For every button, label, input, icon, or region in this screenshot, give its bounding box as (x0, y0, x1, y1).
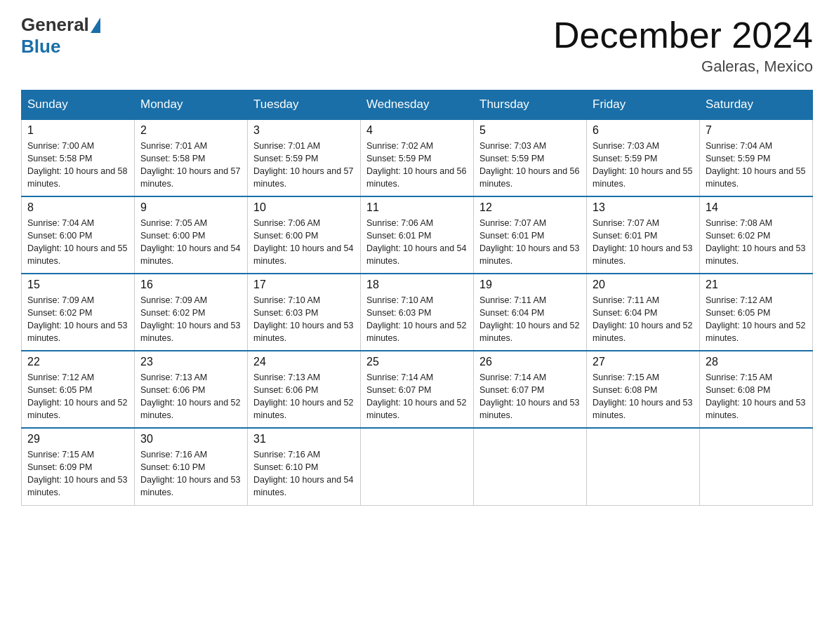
day-number: 13 (593, 201, 694, 214)
calendar-week-row: 29 Sunrise: 7:15 AM Sunset: 6:09 PM Dayl… (22, 428, 813, 505)
day-info: Sunrise: 7:06 AM Sunset: 6:00 PM Dayligh… (253, 217, 355, 268)
calendar-day-cell: 29 Sunrise: 7:15 AM Sunset: 6:09 PM Dayl… (22, 428, 135, 505)
day-number: 17 (253, 279, 355, 291)
day-number: 21 (706, 279, 807, 291)
day-number: 2 (140, 124, 241, 137)
day-number: 7 (706, 124, 807, 137)
day-info: Sunrise: 7:09 AM Sunset: 6:02 PM Dayligh… (140, 294, 241, 345)
day-info: Sunrise: 7:15 AM Sunset: 6:08 PM Dayligh… (706, 371, 807, 422)
day-info: Sunrise: 7:02 AM Sunset: 5:59 PM Dayligh… (366, 140, 468, 191)
day-info: Sunrise: 7:07 AM Sunset: 6:01 PM Dayligh… (593, 217, 694, 268)
day-info: Sunrise: 7:14 AM Sunset: 6:07 PM Dayligh… (479, 371, 581, 422)
calendar-day-cell: 2 Sunrise: 7:01 AM Sunset: 5:58 PM Dayli… (135, 119, 248, 196)
day-info: Sunrise: 7:03 AM Sunset: 5:59 PM Dayligh… (593, 140, 694, 191)
day-number: 18 (366, 279, 468, 291)
calendar-day-cell: 28 Sunrise: 7:15 AM Sunset: 6:08 PM Dayl… (700, 351, 813, 428)
calendar-day-cell: 22 Sunrise: 7:12 AM Sunset: 6:05 PM Dayl… (22, 351, 135, 428)
day-number: 9 (140, 201, 241, 214)
calendar-day-cell: 4 Sunrise: 7:02 AM Sunset: 5:59 PM Dayli… (361, 119, 474, 196)
calendar-day-cell: 7 Sunrise: 7:04 AM Sunset: 5:59 PM Dayli… (700, 119, 813, 196)
calendar-day-cell: 18 Sunrise: 7:10 AM Sunset: 6:03 PM Dayl… (361, 274, 474, 351)
calendar-day-cell: 8 Sunrise: 7:04 AM Sunset: 6:00 PM Dayli… (22, 196, 135, 274)
calendar-week-row: 22 Sunrise: 7:12 AM Sunset: 6:05 PM Dayl… (22, 351, 813, 428)
day-info: Sunrise: 7:03 AM Sunset: 5:59 PM Dayligh… (479, 140, 581, 191)
day-of-week-header: Monday (135, 90, 248, 120)
day-info: Sunrise: 7:15 AM Sunset: 6:08 PM Dayligh… (593, 371, 694, 422)
day-number: 27 (593, 356, 694, 368)
day-info: Sunrise: 7:04 AM Sunset: 6:00 PM Dayligh… (27, 217, 128, 268)
day-info: Sunrise: 7:07 AM Sunset: 6:01 PM Dayligh… (479, 217, 581, 268)
day-number: 25 (366, 356, 468, 368)
day-number: 24 (253, 356, 355, 368)
day-info: Sunrise: 7:13 AM Sunset: 6:06 PM Dayligh… (253, 371, 355, 422)
day-number: 16 (140, 279, 241, 291)
calendar-day-cell: 5 Sunrise: 7:03 AM Sunset: 5:59 PM Dayli… (474, 119, 587, 196)
day-number: 8 (27, 201, 128, 214)
calendar-day-cell: 26 Sunrise: 7:14 AM Sunset: 6:07 PM Dayl… (474, 351, 587, 428)
calendar-day-cell: 31 Sunrise: 7:16 AM Sunset: 6:10 PM Dayl… (248, 428, 361, 505)
day-info: Sunrise: 7:14 AM Sunset: 6:07 PM Dayligh… (366, 371, 468, 422)
calendar-table: SundayMondayTuesdayWednesdayThursdayFrid… (21, 90, 813, 506)
calendar-day-cell: 30 Sunrise: 7:16 AM Sunset: 6:10 PM Dayl… (135, 428, 248, 505)
calendar-day-cell: 23 Sunrise: 7:13 AM Sunset: 6:06 PM Dayl… (135, 351, 248, 428)
day-number: 29 (27, 433, 128, 445)
calendar-day-cell: 16 Sunrise: 7:09 AM Sunset: 6:02 PM Dayl… (135, 274, 248, 351)
calendar-day-cell: 14 Sunrise: 7:08 AM Sunset: 6:02 PM Dayl… (700, 196, 813, 274)
day-info: Sunrise: 7:05 AM Sunset: 6:00 PM Dayligh… (140, 217, 241, 268)
calendar-header-row: SundayMondayTuesdayWednesdayThursdayFrid… (22, 90, 813, 120)
day-number: 28 (706, 356, 807, 368)
day-info: Sunrise: 7:01 AM Sunset: 5:59 PM Dayligh… (253, 140, 355, 191)
day-info: Sunrise: 7:01 AM Sunset: 5:58 PM Dayligh… (140, 140, 241, 191)
day-info: Sunrise: 7:09 AM Sunset: 6:02 PM Dayligh… (27, 294, 128, 345)
logo-general-text: General (21, 14, 89, 36)
day-number: 14 (706, 201, 807, 214)
calendar-day-cell: 24 Sunrise: 7:13 AM Sunset: 6:06 PM Dayl… (248, 351, 361, 428)
calendar-day-cell: 12 Sunrise: 7:07 AM Sunset: 6:01 PM Dayl… (474, 196, 587, 274)
day-number: 20 (593, 279, 694, 291)
calendar-day-cell: 1 Sunrise: 7:00 AM Sunset: 5:58 PM Dayli… (22, 119, 135, 196)
day-info: Sunrise: 7:06 AM Sunset: 6:01 PM Dayligh… (366, 217, 468, 268)
calendar-day-cell: 17 Sunrise: 7:10 AM Sunset: 6:03 PM Dayl… (248, 274, 361, 351)
day-info: Sunrise: 7:13 AM Sunset: 6:06 PM Dayligh… (140, 371, 241, 422)
day-info: Sunrise: 7:11 AM Sunset: 6:04 PM Dayligh… (593, 294, 694, 345)
day-of-week-header: Thursday (474, 90, 587, 120)
day-number: 22 (27, 356, 128, 368)
calendar-day-cell (587, 428, 700, 505)
calendar-day-cell: 20 Sunrise: 7:11 AM Sunset: 6:04 PM Dayl… (587, 274, 700, 351)
day-of-week-header: Wednesday (361, 90, 474, 120)
logo-text: General (21, 14, 102, 36)
calendar-day-cell: 10 Sunrise: 7:06 AM Sunset: 6:00 PM Dayl… (248, 196, 361, 274)
day-of-week-header: Sunday (22, 90, 135, 120)
day-number: 23 (140, 356, 241, 368)
day-number: 3 (253, 124, 355, 137)
calendar-day-cell (474, 428, 587, 505)
day-number: 4 (366, 124, 468, 137)
day-number: 26 (479, 356, 581, 368)
day-number: 30 (140, 433, 241, 445)
calendar-day-cell: 19 Sunrise: 7:11 AM Sunset: 6:04 PM Dayl… (474, 274, 587, 351)
logo: General Blue (21, 14, 102, 58)
calendar-day-cell: 3 Sunrise: 7:01 AM Sunset: 5:59 PM Dayli… (248, 119, 361, 196)
calendar-day-cell (700, 428, 813, 505)
calendar-day-cell (361, 428, 474, 505)
day-of-week-header: Tuesday (248, 90, 361, 120)
calendar-day-cell: 15 Sunrise: 7:09 AM Sunset: 6:02 PM Dayl… (22, 274, 135, 351)
title-block: December 2024 Galeras, Mexico (553, 14, 813, 76)
calendar-week-row: 1 Sunrise: 7:00 AM Sunset: 5:58 PM Dayli… (22, 119, 813, 196)
day-number: 5 (479, 124, 581, 137)
day-info: Sunrise: 7:12 AM Sunset: 6:05 PM Dayligh… (706, 294, 807, 345)
day-number: 19 (479, 279, 581, 291)
calendar-day-cell: 25 Sunrise: 7:14 AM Sunset: 6:07 PM Dayl… (361, 351, 474, 428)
day-of-week-header: Friday (587, 90, 700, 120)
day-info: Sunrise: 7:00 AM Sunset: 5:58 PM Dayligh… (27, 140, 128, 191)
logo-triangle-icon (91, 18, 100, 33)
day-info: Sunrise: 7:08 AM Sunset: 6:02 PM Dayligh… (706, 217, 807, 268)
calendar-week-row: 8 Sunrise: 7:04 AM Sunset: 6:00 PM Dayli… (22, 196, 813, 274)
day-number: 15 (27, 279, 128, 291)
day-info: Sunrise: 7:12 AM Sunset: 6:05 PM Dayligh… (27, 371, 128, 422)
calendar-day-cell: 9 Sunrise: 7:05 AM Sunset: 6:00 PM Dayli… (135, 196, 248, 274)
day-info: Sunrise: 7:10 AM Sunset: 6:03 PM Dayligh… (366, 294, 468, 345)
day-info: Sunrise: 7:16 AM Sunset: 6:10 PM Dayligh… (253, 448, 355, 499)
day-number: 31 (253, 433, 355, 445)
location: Galeras, Mexico (553, 58, 813, 76)
